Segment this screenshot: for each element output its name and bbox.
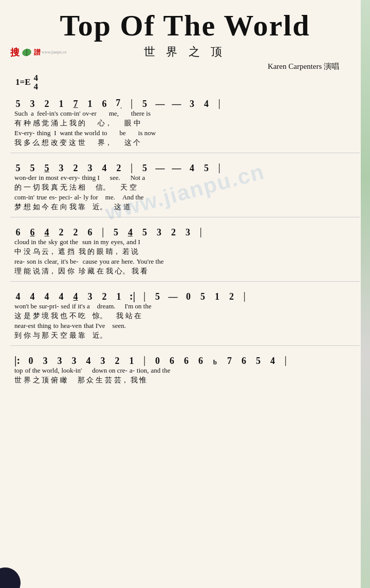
- lyric-cn: 心。: [114, 267, 131, 277]
- note: 5: [43, 163, 50, 174]
- lyric-word: if it's a: [71, 302, 91, 311]
- lyric-word: it's be-: [60, 258, 79, 267]
- note: 1: [213, 291, 220, 302]
- cn-lyrics-5a: 世 界 之 顶 俯 瞰 那 众 生 芸 芸， 我 惟: [10, 376, 360, 386]
- note: 2: [114, 356, 121, 366]
- lyric-word: true: [35, 193, 48, 203]
- bar-line: |: [131, 96, 133, 109]
- lyric-word: ov-er: [82, 109, 98, 119]
- note: 6: [240, 356, 247, 366]
- lyric-cn: 芸，: [113, 376, 130, 386]
- en-lyrics-3b: rea- son is clear, it's be- cause you ar…: [10, 258, 360, 267]
- note: 1: [58, 99, 65, 109]
- note: 7: [226, 356, 233, 366]
- lyric-cn: 天 空: [50, 331, 68, 341]
- note: —: [155, 163, 164, 174]
- bar-line: |: [143, 289, 145, 302]
- time-bottom: 4: [34, 82, 39, 91]
- lyric-cn: 之 顶: [32, 376, 50, 386]
- lyric-cn: 真 无: [50, 183, 68, 193]
- main-title: Top Of The World: [10, 9, 360, 42]
- note: 4: [101, 163, 108, 174]
- lyric-cn: 改 变: [50, 138, 68, 149]
- lyric-word: is now: [137, 129, 157, 138]
- note: 1: [115, 291, 122, 302]
- lyric-cn: 世 界: [13, 376, 32, 386]
- lyric-word: rea-: [13, 258, 26, 267]
- lyric-word: a-: [128, 366, 136, 376]
- lyric-word: es-: [48, 193, 58, 203]
- lyric-cn: 有 种: [13, 119, 32, 129]
- note: 7.: [115, 98, 122, 109]
- lyric-cn: 这 个: [123, 138, 142, 149]
- key-label: 1=E: [15, 77, 31, 87]
- lyric-word: want the world: [59, 129, 101, 138]
- lyric-cn: 如 今: [32, 203, 50, 213]
- lyric-word: look-in': [60, 366, 83, 376]
- lyric-cn: 这 世: [68, 138, 86, 149]
- lyric-word: eyes,: [110, 238, 125, 247]
- section-5: |: 0 3 3 3 4 3 2 1 | 0 6 6 6 b7 6 5 4 | …: [10, 352, 360, 390]
- note: —: [155, 99, 164, 109]
- note: 3: [86, 291, 94, 302]
- lyric-word: of the world,: [24, 366, 61, 376]
- lyric-word: clear,: [43, 258, 60, 267]
- lyric-cn: 中 没: [13, 247, 32, 258]
- repeat-begin: |:: [14, 355, 20, 366]
- bar-line: |: [199, 225, 201, 238]
- lyric-cn: 界，: [97, 138, 113, 149]
- lyric-cn: 我 多 么 想: [13, 138, 50, 149]
- page: Top Of The World 世 界 之 顶 搜 譜 www.jianpu.…: [0, 0, 370, 588]
- note: 5: [14, 163, 22, 174]
- en-lyrics-4a: won't be sur-pri- sed if it's a dream. I…: [10, 302, 360, 311]
- cn-lyrics-4a: 这 是 梦 境 我 也 不 吃 惊。 我 站 在: [10, 311, 360, 322]
- logo-leaf-icon: [21, 47, 33, 58]
- note: 2: [58, 227, 65, 238]
- cn-lyrics-1a: 有 种 感 觉 涌 上 我 的 心， 眼 中: [10, 119, 360, 129]
- lyric-word: thing: [36, 322, 52, 331]
- lyric-cn: 珍 藏: [78, 267, 96, 277]
- note: 2: [115, 163, 122, 174]
- lyric-word: cloud in: [13, 238, 37, 247]
- note: —: [172, 99, 181, 109]
- time-top: 4: [34, 74, 39, 82]
- note: 5: [254, 356, 262, 366]
- lyric-word: thing I: [81, 174, 101, 183]
- lyric-cn: 因 你: [57, 267, 76, 277]
- lyric-word: Ev-ery-: [13, 129, 36, 138]
- lyric-cn: 梦 境: [32, 311, 50, 322]
- note: 4: [14, 291, 22, 302]
- lyric-cn: 我 靠: [68, 203, 87, 213]
- lyric-cn: 切 我: [32, 183, 50, 193]
- notes-row-2: 5 5 5 3 2 3 4 2 | 5 — — 4 5 |: [10, 159, 360, 174]
- lyric-word: thing: [36, 129, 52, 138]
- logo-pu: 譜: [34, 48, 41, 57]
- note: 3: [70, 356, 78, 366]
- lyric-cn: 这 是: [13, 311, 32, 322]
- section-3: 6 6 4 2 2 6 | 5 4 5 3 2 3 | cloud in the…: [10, 224, 360, 282]
- note: 5: [199, 291, 206, 302]
- lyric-word: me,: [108, 109, 120, 119]
- note: 5: [202, 163, 210, 174]
- corner-decoration: [0, 567, 21, 588]
- lyric-word: ly for: [82, 193, 99, 203]
- en-lyrics-3a: cloud in the sky got the sun in my eyes,…: [10, 238, 360, 247]
- section-2: 5 5 5 3 2 3 4 2 | 5 — — 4 5 | won-der in…: [10, 159, 360, 217]
- lyric-cn: 信。: [95, 183, 111, 193]
- note: —: [172, 163, 181, 174]
- note: b: [211, 358, 218, 366]
- bar-line: |: [243, 289, 245, 302]
- lyric-word: be: [119, 129, 127, 138]
- logo-subtext: www.jianpu.cn: [42, 50, 66, 54]
- key-line: 1=E 4 4: [15, 74, 360, 91]
- lyric-cn: 近。: [91, 331, 108, 341]
- lyric-word: a: [29, 109, 36, 119]
- lyric-word: sky: [47, 238, 59, 247]
- lyric-cn: 眼 中: [123, 119, 142, 129]
- lyric-cn: 我 站 在: [115, 311, 142, 322]
- lyric-word: see.: [109, 174, 121, 183]
- lyric-cn: 我 的: [78, 247, 96, 258]
- note: 4: [72, 291, 79, 302]
- lyric-word: me.: [104, 193, 116, 203]
- lyric-word: near-est: [13, 322, 36, 331]
